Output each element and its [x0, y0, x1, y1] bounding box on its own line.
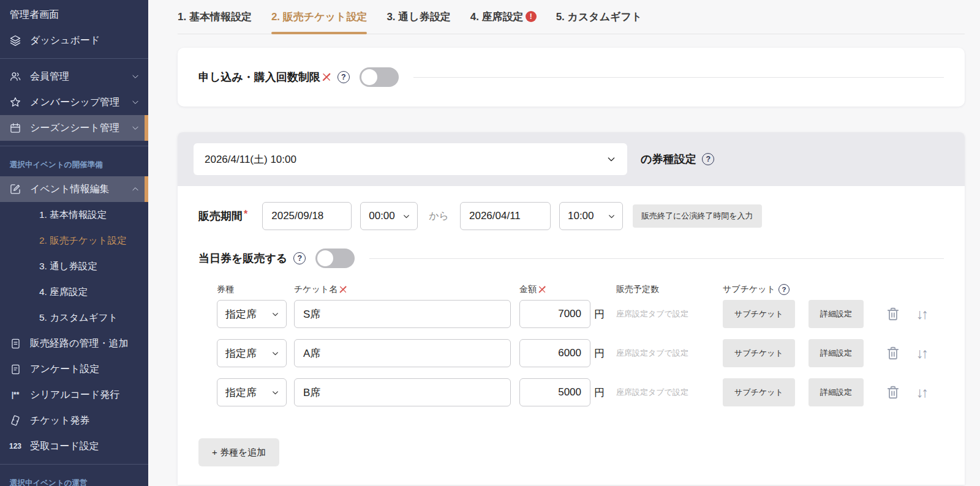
- sale-end-time-select[interactable]: 10:00: [559, 202, 623, 230]
- chevron-down-icon: [608, 212, 616, 220]
- sidebar-item-event-edit[interactable]: イベント情報編集: [0, 176, 148, 202]
- help-icon[interactable]: ?: [702, 153, 714, 165]
- chevron-up-icon: [131, 185, 140, 193]
- no-edit-icon: [339, 285, 347, 294]
- ticket-row: 指定席 円 座席設定タブで設定 サブチケット 詳細設定 ↓↑: [198, 300, 944, 328]
- seat-type-select[interactable]: 指定席: [217, 378, 287, 406]
- sidebar-divider: [0, 464, 148, 465]
- performance-date-value: 2026/4/11(土) 10:00: [205, 152, 296, 166]
- planned-count-note: 座席設定タブで設定: [616, 348, 708, 359]
- trash-icon[interactable]: [884, 384, 902, 400]
- help-icon[interactable]: ?: [293, 252, 306, 264]
- yen-label: 円: [594, 346, 610, 361]
- sidebar-item-label: 販売経路の管理・追加: [30, 337, 128, 350]
- period-connector-label: から: [429, 210, 449, 223]
- sidebar-step-sale-ticket[interactable]: 2. 販売チケット設定: [0, 228, 148, 253]
- sub-ticket-button[interactable]: サブチケット: [723, 339, 795, 367]
- price-input[interactable]: [519, 300, 590, 328]
- sale-end-date-input[interactable]: [460, 202, 551, 230]
- tab-seat-setting[interactable]: 4. 座席設定!: [470, 10, 537, 34]
- reorder-icon[interactable]: ↓↑: [916, 306, 935, 323]
- sidebar-section-operate: 選択中イベントの運営: [0, 469, 148, 486]
- document-icon: [9, 337, 22, 350]
- same-day-label: 当日券を販売する: [198, 251, 287, 266]
- trash-icon[interactable]: [884, 306, 902, 322]
- detail-settings-button[interactable]: 詳細設定: [809, 339, 864, 367]
- sub-ticket-button[interactable]: サブチケット: [723, 300, 795, 328]
- sidebar-item-members[interactable]: 会員管理: [0, 64, 148, 89]
- chevron-down-icon: [271, 310, 279, 318]
- seat-type-select[interactable]: 指定席: [217, 339, 287, 367]
- sidebar-step-basic-info[interactable]: 1. 基本情報設定: [0, 202, 148, 228]
- required-mark: *: [244, 209, 247, 219]
- purchase-limit-toggle[interactable]: [360, 67, 399, 87]
- ticket-name-input[interactable]: [294, 339, 511, 367]
- help-icon[interactable]: ?: [337, 71, 350, 83]
- ticket-section-suffix: の券種設定: [641, 152, 696, 166]
- performance-date-select[interactable]: 2026/4/11(土) 10:00: [194, 143, 627, 175]
- sidebar-item-label: シーズンシート管理: [30, 122, 119, 135]
- trash-icon[interactable]: [884, 345, 902, 361]
- yen-label: 円: [594, 307, 610, 321]
- divider-line: [369, 258, 944, 259]
- calendar-icon: [9, 121, 22, 135]
- sale-start-date-input[interactable]: [262, 202, 352, 230]
- sidebar-item-label: 受取コード設定: [30, 440, 99, 453]
- sidebar-item-ticket-issue[interactable]: チケット発券: [0, 408, 148, 433]
- step-tabbar: 1. 基本情報設定 2. 販売チケット設定 3. 通し券設定 4. 座席設定! …: [178, 0, 965, 34]
- planned-count-note: 座席設定タブで設定: [616, 387, 708, 398]
- price-input[interactable]: [519, 339, 590, 367]
- reorder-icon[interactable]: ↓↑: [916, 384, 935, 401]
- ticket-name-input[interactable]: [294, 378, 511, 406]
- edit-square-icon: [9, 182, 22, 196]
- toggle-knob: [361, 69, 377, 85]
- sidebar-item-membership[interactable]: メンバーシップ管理: [0, 89, 148, 115]
- no-edit-icon: [538, 285, 546, 294]
- add-ticket-type-button[interactable]: + 券種を追加: [198, 438, 279, 466]
- chevron-down-icon: [131, 72, 140, 81]
- header-name: チケット名: [294, 284, 511, 295]
- sidebar-item-sales-channel[interactable]: 販売経路の管理・追加: [0, 331, 148, 356]
- sub-ticket-button[interactable]: サブチケット: [723, 378, 795, 406]
- detail-settings-button[interactable]: 詳細設定: [809, 378, 864, 406]
- layers-icon: [9, 34, 22, 47]
- main-content: 1. 基本情報設定 2. 販売チケット設定 3. 通し券設定 4. 座席設定! …: [148, 0, 980, 486]
- sale-period-row: 販売期間* 00:00 から 10:00 販売終了に公演終了時間を入力: [198, 202, 944, 230]
- sidebar-step-pass-ticket[interactable]: 3. 通し券設定: [0, 253, 148, 279]
- detail-settings-button[interactable]: 詳細設定: [809, 300, 864, 328]
- ticket-table: 券種 チケット名 金額 販売予定数 サブチケット: [198, 284, 944, 406]
- chevron-down-icon: [402, 212, 410, 220]
- tab-pass-ticket[interactable]: 3. 通し券設定: [386, 10, 450, 34]
- sidebar-item-serial-code[interactable]: |** シリアルコード発行: [0, 382, 148, 408]
- sidebar-item-dashboard[interactable]: ダッシュボード: [0, 28, 148, 53]
- yen-label: 円: [594, 386, 610, 400]
- ticket-settings-body: 販売期間* 00:00 から 10:00 販売終了に公演終了時間を入力: [178, 202, 965, 466]
- fill-end-time-button[interactable]: 販売終了に公演終了時間を入力: [633, 204, 762, 228]
- seat-type-select[interactable]: 指定席: [217, 300, 287, 328]
- same-day-toggle[interactable]: [315, 249, 355, 268]
- sidebar-item-season-seat[interactable]: シーズンシート管理: [0, 115, 148, 141]
- ticket-name-input[interactable]: [294, 300, 511, 328]
- tab-custom-gift[interactable]: 5. カスタムギフト: [556, 10, 643, 34]
- ticket-row: 指定席 円 座席設定タブで設定 サブチケット 詳細設定 ↓↑: [198, 378, 944, 406]
- tab-basic-info[interactable]: 1. 基本情報設定: [178, 10, 252, 34]
- chevron-down-icon: [271, 350, 279, 357]
- reorder-icon[interactable]: ↓↑: [916, 345, 935, 362]
- star-icon: [9, 95, 22, 109]
- sidebar-item-label: イベント情報編集: [30, 183, 110, 196]
- sidebar-item-receive-code[interactable]: 123 受取コード設定: [0, 433, 148, 459]
- sidebar-item-survey[interactable]: アンケート設定: [0, 356, 148, 382]
- ticket-table-header: 券種 チケット名 金額 販売予定数 サブチケット: [198, 284, 944, 295]
- people-icon: [9, 70, 22, 83]
- tab-sale-ticket[interactable]: 2. 販売チケット設定: [271, 10, 368, 34]
- header-sub-ticket: サブチケット ?: [723, 284, 795, 295]
- price-input[interactable]: [519, 378, 590, 406]
- sidebar-item-label: 会員管理: [30, 70, 69, 83]
- divider-line: [413, 77, 944, 78]
- help-icon[interactable]: ?: [778, 284, 790, 295]
- sidebar-step-custom-gift[interactable]: 5. カスタムギフト: [0, 305, 148, 331]
- sidebar-item-label: アンケート設定: [30, 363, 100, 376]
- sale-start-time-select[interactable]: 00:00: [360, 202, 418, 230]
- sidebar-step-seat-setting[interactable]: 4. 座席設定: [0, 279, 148, 305]
- chevron-down-icon: [606, 154, 616, 164]
